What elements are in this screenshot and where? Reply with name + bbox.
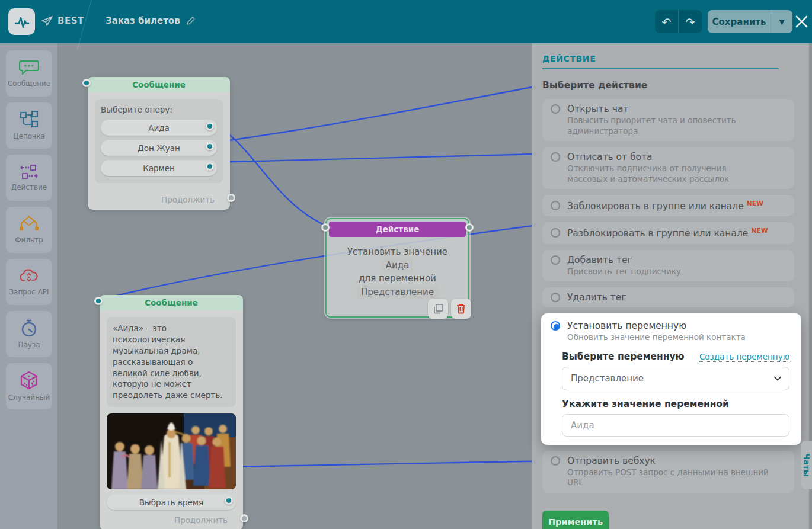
output-port[interactable] bbox=[465, 223, 474, 232]
radio-unselected[interactable] bbox=[551, 201, 560, 210]
message-content: «Аида» – это психологическая музыкальная… bbox=[107, 317, 236, 407]
option-add-tag[interactable]: Добавить тег Присвоить тег подписчику bbox=[542, 250, 794, 282]
reply-button-label: Выбрать время bbox=[139, 498, 203, 507]
variable-select-value: Представление bbox=[571, 373, 644, 384]
option-title: Открыть чат bbox=[567, 104, 628, 114]
pause-clock-icon bbox=[20, 319, 38, 337]
app-logo[interactable] bbox=[8, 8, 35, 35]
sidebar-item-action[interactable]: Действие bbox=[6, 155, 52, 201]
input-port[interactable] bbox=[94, 297, 103, 305]
option-subtitle: Обновить значение переменной контакта bbox=[567, 332, 789, 343]
output-port[interactable] bbox=[225, 496, 233, 505]
node-header-label: Сообщение bbox=[145, 298, 198, 307]
output-port[interactable] bbox=[206, 122, 214, 130]
radio-unselected[interactable] bbox=[551, 293, 560, 302]
close-button[interactable] bbox=[794, 14, 809, 29]
continue-output-port[interactable] bbox=[227, 194, 235, 202]
option-block-in-group[interactable]: Заблокировать в группе или каналеNEW bbox=[542, 195, 794, 216]
sidebar-item-pause[interactable]: Пауза bbox=[6, 311, 52, 357]
heading-underline bbox=[542, 68, 779, 69]
paper-plane-icon bbox=[41, 16, 53, 26]
chats-tab[interactable]: Чаты bbox=[801, 441, 812, 489]
reply-button-aida[interactable]: Аида bbox=[101, 120, 217, 136]
new-badge: NEW bbox=[751, 227, 768, 234]
option-set-variable[interactable]: Установить переменную Обновить значение … bbox=[541, 313, 801, 445]
pulse-icon bbox=[12, 12, 31, 31]
save-dropdown-button[interactable]: ▼ bbox=[771, 18, 792, 26]
radio-unselected[interactable] bbox=[551, 104, 560, 114]
option-unblock-in-group[interactable]: Разблокировать в группе или каналеNEW bbox=[542, 222, 794, 243]
message-node-1[interactable]: Сообщение Выберите оперу: Аида Дон Жуан … bbox=[88, 77, 230, 210]
choose-time-button[interactable]: Выбрать время bbox=[107, 494, 236, 510]
sidebar-item-label: Фильтр bbox=[15, 236, 43, 244]
reply-button-carmen[interactable]: Кармен bbox=[101, 160, 217, 176]
option-remove-tag[interactable]: Удалить тег bbox=[542, 287, 794, 307]
output-port[interactable] bbox=[206, 162, 214, 171]
option-title: Добавить тег bbox=[567, 255, 632, 265]
input-port[interactable] bbox=[321, 223, 330, 232]
sidebar-item-chain[interactable]: Цепочка bbox=[6, 102, 52, 149]
sidebar-item-label: Сообщение bbox=[8, 79, 50, 88]
back-label: BEST bbox=[57, 15, 84, 26]
action-option-list: Открыть чат Повысить приоритет чата и оп… bbox=[542, 99, 795, 493]
node-header: Действие bbox=[329, 222, 466, 237]
redo-button[interactable]: ↷ bbox=[678, 10, 702, 33]
apply-button[interactable]: Применить bbox=[542, 511, 609, 529]
delete-node-button[interactable] bbox=[451, 299, 471, 319]
continue-row: Продолжить bbox=[88, 190, 230, 210]
copy-icon bbox=[433, 304, 443, 314]
new-badge: NEW bbox=[747, 200, 763, 207]
action-text: для переменной bbox=[359, 273, 436, 284]
output-port[interactable] bbox=[206, 142, 214, 150]
sidebar-item-message[interactable]: Сообщение bbox=[6, 50, 52, 97]
message-node-2[interactable]: Сообщение «Аида» – это психологическая м… bbox=[100, 295, 243, 529]
sidebar-item-api-request[interactable]: Запрос API bbox=[6, 259, 52, 305]
radio-unselected[interactable] bbox=[551, 255, 560, 265]
connection-line[interactable] bbox=[212, 82, 560, 143]
back-to-bot-link[interactable]: BEST bbox=[41, 15, 84, 26]
option-unsubscribe[interactable]: Отписать от бота Отключить подписчика от… bbox=[542, 147, 794, 189]
save-split-button: Сохранить ▼ bbox=[708, 10, 792, 33]
radio-unselected[interactable] bbox=[551, 456, 560, 466]
option-subtitle: Повысить приоритет чата и оповестить адм… bbox=[567, 116, 786, 136]
sidebar-item-filter[interactable]: Фильтр bbox=[6, 207, 52, 253]
sidebar-item-random[interactable]: Случайный bbox=[6, 363, 52, 409]
save-button[interactable]: Сохранить bbox=[708, 17, 771, 27]
create-variable-link[interactable]: Создать переменную bbox=[699, 352, 789, 362]
node-header: Сообщение bbox=[100, 295, 243, 310]
reply-button-label: Дон Жуан bbox=[138, 143, 180, 153]
message-content: Выберите оперу: Аида Дон Жуан Кармен bbox=[95, 99, 223, 183]
connection-line[interactable] bbox=[231, 461, 560, 467]
sidebar-item-label: Запрос API bbox=[9, 288, 49, 296]
connection-line[interactable] bbox=[212, 153, 560, 162]
edit-pencil-icon[interactable] bbox=[186, 16, 196, 25]
radio-selected[interactable] bbox=[551, 321, 560, 331]
option-send-webhook[interactable]: Отправить вебхук Отправить POST запрос с… bbox=[542, 451, 794, 493]
node-palette: Сообщение Цепочка Действие Фильтр bbox=[0, 43, 57, 529]
option-title: Отправить вебхук bbox=[567, 456, 656, 466]
input-port[interactable] bbox=[82, 79, 91, 87]
duplicate-node-button[interactable] bbox=[428, 299, 448, 319]
action-settings-panel: ДЕЙСТВИЕ Выберите действие Открыть чат П… bbox=[532, 43, 812, 529]
radio-unselected[interactable] bbox=[551, 228, 560, 238]
close-icon bbox=[794, 14, 809, 29]
message-image bbox=[107, 413, 236, 489]
radio-unselected[interactable] bbox=[551, 152, 560, 162]
undo-button[interactable]: ↶ bbox=[655, 10, 678, 33]
variable-value-input[interactable] bbox=[562, 414, 789, 437]
option-subtitle: Присвоить тег подписчику bbox=[567, 267, 786, 277]
continue-label: Продолжить bbox=[174, 515, 228, 525]
reply-button-don-juan[interactable]: Дон Жуан bbox=[101, 140, 217, 156]
chain-icon bbox=[19, 111, 39, 129]
message-text: «Аида» – это психологическая музыкальная… bbox=[113, 323, 230, 401]
flow-title: Заказ билетов bbox=[106, 15, 196, 26]
api-cloud-icon bbox=[19, 268, 39, 284]
node-header-label: Действие bbox=[376, 225, 420, 234]
option-title: Удалить тег bbox=[567, 292, 626, 303]
option-open-chat[interactable]: Открыть чат Повысить приоритет чата и оп… bbox=[542, 99, 794, 141]
panel-heading: ДЕЙСТВИЕ bbox=[542, 54, 795, 63]
chats-tab-label: Чаты bbox=[802, 453, 811, 477]
variable-select[interactable]: Представление bbox=[562, 367, 789, 390]
continue-row: Продолжить bbox=[100, 510, 243, 529]
random-dice-icon bbox=[20, 371, 39, 390]
